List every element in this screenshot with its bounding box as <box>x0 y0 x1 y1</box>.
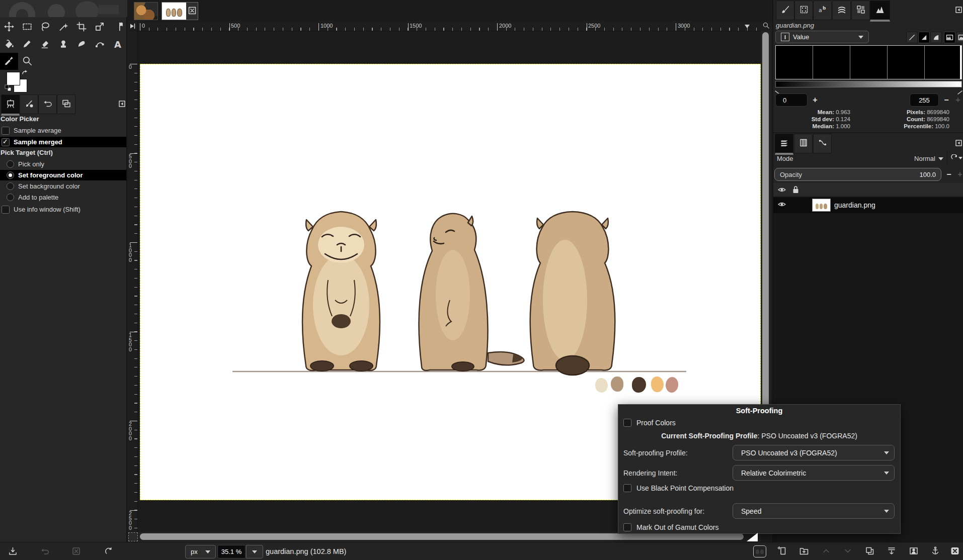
swap-colors-icon[interactable] <box>21 69 28 78</box>
histogram-perceptual-button[interactable] <box>918 32 930 43</box>
mode-select[interactable]: Normal <box>909 153 943 164</box>
move-tool-button[interactable] <box>0 19 18 36</box>
raise-layer-button[interactable] <box>821 546 831 557</box>
rectangle-select-tool-button[interactable] <box>18 19 36 36</box>
histogram-scale-linear-button[interactable] <box>944 32 955 43</box>
set-background-row[interactable]: Set background color <box>0 181 126 191</box>
tab-device-status[interactable] <box>20 95 38 114</box>
opacity-slider[interactable]: Opacity 100.0 <box>774 168 941 181</box>
use-info-window-row[interactable]: Use info window (Shift) <box>0 205 126 214</box>
tab-histogram[interactable] <box>870 1 890 22</box>
optimize-select[interactable]: Speed <box>733 503 895 519</box>
unified-transform-tool-button[interactable] <box>91 19 109 36</box>
tab-images[interactable] <box>57 95 75 114</box>
zoom-input[interactable]: 35.1 % <box>217 545 246 558</box>
paths-tool-button[interactable] <box>91 36 109 53</box>
set-background-radio[interactable] <box>7 182 14 190</box>
new-layer-group-button[interactable] <box>799 546 809 557</box>
delete-layer-button[interactable] <box>950 546 960 557</box>
tab-palettes[interactable] <box>851 1 870 20</box>
add-layer-mask-button[interactable] <box>909 546 919 557</box>
eraser-tool-button[interactable] <box>36 36 54 53</box>
paintbrush-tool-button[interactable] <box>18 36 36 53</box>
gamut-row[interactable]: Mark Out of Gamut Colors <box>623 523 718 531</box>
tab-tool-options[interactable] <box>1 95 20 116</box>
tab-paths[interactable] <box>813 134 832 153</box>
histogram-display[interactable] <box>775 45 962 79</box>
histogram-low-handle[interactable] <box>775 88 780 92</box>
sample-merged-checkbox[interactable] <box>2 138 10 146</box>
layers-dock-collapse-icon[interactable] <box>955 140 962 148</box>
right-dock-collapse-icon[interactable] <box>955 7 962 15</box>
range-low-increment-button[interactable]: + <box>810 95 821 106</box>
add-to-palette-radio[interactable] <box>7 194 14 201</box>
clone-tool-button[interactable] <box>54 36 72 53</box>
sample-average-checkbox[interactable] <box>2 127 10 135</box>
bucket-fill-tool-button[interactable] <box>0 36 18 53</box>
proof-colors-checkbox[interactable] <box>623 419 631 427</box>
text-tool-button[interactable]: A <box>109 36 127 53</box>
default-colors-icon[interactable] <box>5 84 12 93</box>
merge-down-button[interactable] <box>887 546 897 557</box>
foreground-color-swatch[interactable] <box>7 72 20 85</box>
color-picker-tool-button[interactable] <box>0 53 18 70</box>
tab-channels[interactable] <box>794 134 813 153</box>
visibility-eye-icon[interactable] <box>777 186 786 195</box>
set-foreground-radio[interactable] <box>7 171 14 179</box>
image-tab-2-active[interactable] <box>162 2 198 20</box>
profile-select[interactable]: PSO Uncoated v3 (FOGRA52) <box>733 445 895 460</box>
use-info-window-checkbox[interactable] <box>2 206 10 214</box>
opacity-increment-button[interactable]: + <box>954 169 963 180</box>
free-select-tool-button[interactable] <box>36 19 54 36</box>
duplicate-layer-button[interactable] <box>865 546 875 557</box>
zoom-corner-button[interactable] <box>761 21 771 31</box>
pick-only-row[interactable]: Pick only <box>0 159 126 169</box>
lower-layer-button[interactable] <box>843 546 853 557</box>
toolbox-collapse-icon[interactable] <box>119 101 125 109</box>
layer-row-guardian[interactable]: guardian.png <box>773 197 963 213</box>
vertical-ruler[interactable]: 0 500 1000 1500 2000 2500 <box>127 31 138 532</box>
add-to-palette-row[interactable]: Add to palette <box>0 193 126 202</box>
histogram-high-handle[interactable] <box>957 88 962 92</box>
range-high-increment-button[interactable]: + <box>952 95 963 106</box>
crop-tool-button[interactable] <box>72 19 91 36</box>
layer-visibility-eye-icon[interactable] <box>777 201 786 210</box>
image-tab-1[interactable] <box>134 2 158 20</box>
histogram-log-button[interactable] <box>930 32 942 43</box>
mode-reset-button[interactable] <box>950 153 963 164</box>
save-tool-preset-button[interactable] <box>8 546 18 557</box>
tab-layers[interactable] <box>775 134 793 155</box>
quick-mask-button[interactable] <box>128 532 138 541</box>
fuzzy-select-tool-button[interactable] <box>54 19 72 36</box>
warp-transform-tool-button[interactable] <box>109 19 127 36</box>
set-foreground-row[interactable]: Set foreground color <box>0 170 126 180</box>
horizontal-ruler[interactable]: 0 500 1000 1500 2000 2500 3000 <box>138 21 761 31</box>
black-point-checkbox[interactable] <box>623 484 631 492</box>
range-low-input[interactable]: 0 <box>775 94 808 107</box>
close-tab-button[interactable] <box>186 3 198 20</box>
black-point-row[interactable]: Use Black Point Compensation <box>623 484 734 492</box>
navigation-corner-icon[interactable] <box>747 533 758 541</box>
delete-tool-preset-button[interactable] <box>71 546 81 557</box>
tab-gradients[interactable] <box>832 1 851 20</box>
new-layer-button[interactable] <box>777 546 787 557</box>
proof-colors-row[interactable]: Proof Colors <box>623 419 676 427</box>
unit-select[interactable]: px <box>185 545 216 558</box>
sample-average-row[interactable]: Sample average <box>0 126 126 135</box>
gamut-checkbox[interactable] <box>623 523 631 531</box>
ruler-dropdown-icon[interactable] <box>745 25 750 31</box>
restore-tool-preset-button[interactable] <box>40 546 50 557</box>
lock-icon[interactable] <box>792 185 799 196</box>
horizontal-scrollbar-thumb[interactable] <box>140 533 744 540</box>
ruler-corner-button[interactable] <box>127 21 138 31</box>
smudge-tool-button[interactable] <box>72 36 91 53</box>
zoom-dropdown-button[interactable] <box>246 545 263 558</box>
channel-select[interactable]: I Value <box>775 31 869 43</box>
navigation-preview-button[interactable] <box>753 545 766 557</box>
zoom-tool-button[interactable] <box>18 53 36 70</box>
sample-merged-row[interactable]: Sample merged <box>0 137 126 147</box>
tab-brushes[interactable] <box>776 1 794 20</box>
intent-select[interactable]: Relative Colorimetric <box>733 465 895 481</box>
reset-tool-options-button[interactable] <box>104 546 113 557</box>
tab-fonts[interactable]: ab <box>813 1 832 20</box>
